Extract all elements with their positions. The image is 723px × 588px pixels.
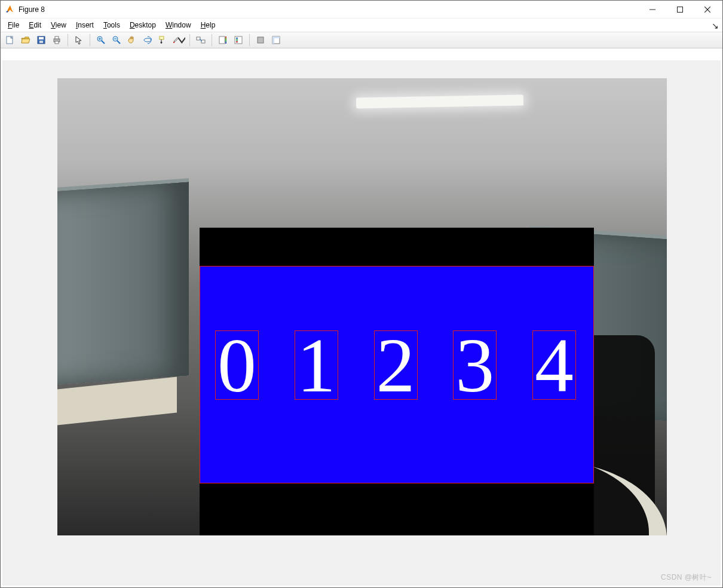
pan-button[interactable] — [125, 33, 139, 47]
menu-view[interactable]: View — [46, 20, 71, 30]
svg-rect-25 — [219, 36, 225, 44]
figure-canvas[interactable]: 0 1 2 3 4 — [2, 60, 721, 586]
show-plot-tools-button[interactable] — [269, 33, 283, 47]
svg-rect-24 — [201, 40, 205, 43]
digit-bbox-2: 2 — [374, 330, 418, 400]
dock-arrow-icon[interactable]: ↘ — [712, 21, 719, 30]
svg-point-18 — [144, 38, 151, 42]
svg-rect-10 — [55, 41, 59, 44]
svg-rect-31 — [258, 37, 264, 43]
maximize-button[interactable] — [666, 1, 694, 19]
toolbar-separator — [249, 34, 250, 46]
menu-insert[interactable]: Insert — [71, 20, 99, 30]
pointer-button[interactable] — [72, 33, 86, 47]
new-figure-button[interactable] — [3, 33, 17, 47]
image-axes: 0 1 2 3 4 — [57, 78, 667, 535]
toolbar-separator — [90, 34, 90, 46]
link-plot-button[interactable] — [194, 33, 208, 47]
figure-toolbar — [1, 32, 722, 48]
rotate3d-button[interactable] — [140, 33, 155, 47]
toolbar-separator — [189, 34, 190, 46]
svg-rect-26 — [225, 36, 226, 44]
print-button[interactable] — [50, 33, 64, 47]
digit-3: 3 — [455, 335, 494, 395]
svg-point-21 — [161, 42, 163, 44]
menu-desktop[interactable]: Desktop — [125, 20, 161, 30]
digit-4: 4 — [535, 335, 574, 395]
window-title: Figure 8 — [19, 5, 639, 14]
svg-rect-1 — [678, 7, 683, 12]
svg-rect-7 — [39, 41, 43, 43]
digit-0: 0 — [217, 335, 256, 395]
svg-rect-9 — [55, 36, 59, 39]
svg-rect-6 — [39, 37, 44, 39]
zoom-in-button[interactable] — [94, 33, 108, 47]
svg-line-16 — [117, 41, 120, 44]
menu-file[interactable]: File — [3, 20, 24, 30]
digit-bbox-4: 4 — [532, 330, 576, 400]
svg-point-22 — [173, 42, 174, 43]
digit-2: 2 — [376, 335, 415, 395]
digit-row: 0 1 2 3 4 — [215, 328, 576, 402]
data-cursor-button[interactable] — [156, 33, 170, 47]
insert-legend-button[interactable] — [231, 33, 246, 47]
close-button[interactable] — [694, 1, 721, 19]
watermark: CSDN @树叶~ — [661, 572, 712, 583]
digit-bbox-0: 0 — [215, 330, 259, 400]
zoom-out-button[interactable] — [109, 33, 124, 47]
cubicle-left — [57, 178, 189, 384]
menu-bar: File Edit View Insert Tools Desktop Wind… — [1, 19, 722, 32]
digit-1: 1 — [297, 335, 336, 395]
svg-rect-23 — [197, 37, 200, 40]
svg-rect-19 — [160, 36, 164, 39]
toolbar-separator — [212, 34, 212, 46]
menu-edit[interactable]: Edit — [24, 20, 46, 30]
digit-bbox-3: 3 — [453, 330, 497, 400]
open-button[interactable] — [19, 33, 33, 47]
svg-line-12 — [102, 41, 105, 44]
toolbar-separator — [68, 34, 68, 46]
title-bar: Figure 8 — [1, 1, 722, 19]
svg-rect-27 — [235, 36, 242, 44]
menu-window[interactable]: Window — [161, 20, 196, 30]
minimize-button[interactable] — [639, 1, 666, 19]
window-controls — [639, 1, 721, 19]
brush-button[interactable] — [171, 33, 186, 47]
hide-plot-tools-button[interactable] — [253, 33, 268, 47]
save-button[interactable] — [34, 33, 48, 47]
matlab-icon — [5, 5, 15, 14]
digit-bbox-1: 1 — [295, 330, 338, 400]
menu-tools[interactable]: Tools — [99, 20, 125, 30]
svg-rect-34 — [272, 36, 280, 38]
menu-help[interactable]: Help — [196, 20, 220, 30]
insert-colorbar-button[interactable] — [216, 33, 230, 47]
